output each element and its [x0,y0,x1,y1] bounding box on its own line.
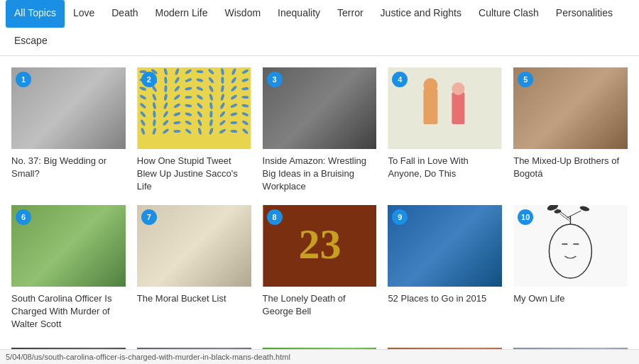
card-number-badge: 10 [518,209,533,225]
nav-item-modern-life[interactable]: Modern Life [147,0,217,28]
svg-point-85 [452,82,465,95]
card-number-badge: 1 [16,72,31,87]
article-card-1[interactable]: 1No. 37: Big Wedding or Small? [6,62,131,199]
card-number-badge: 9 [392,209,408,225]
card-title: My Own Life [513,292,628,305]
nav-item-death[interactable]: Death [103,0,146,28]
svg-text:23: 23 [298,221,341,268]
article-card-4[interactable]: 4To Fall in Love With Anyone, Do This [382,62,508,199]
card-title: No. 37: Big Wedding or Small? [11,155,126,180]
status-url: 5/04/08/us/south-carolina-officer-is-cha… [6,353,290,361]
nav-item-love[interactable]: Love [65,0,103,28]
card-title: How One Stupid Tweet Blew Up Justine Sac… [137,155,251,194]
card-number-badge: 2 [141,72,157,87]
nav-bar: All TopicsLoveDeathModern LifeWisdomIneq… [0,0,639,56]
card-title: The Moral Bucket List [137,292,251,305]
article-card-9[interactable]: 952 Places to Go in 2015 [382,199,508,337]
card-title: South Carolina Officer Is Charged With M… [11,292,126,331]
card-title: 52 Places to Go in 2015 [388,292,502,305]
card-number-badge: 5 [518,72,533,87]
card-title: To Fall in Love With Anyone, Do This [388,155,502,180]
nav-item-all-topics[interactable]: All Topics [6,0,65,28]
svg-point-83 [424,78,438,92]
card-number-badge: 3 [267,72,283,87]
nav-item-inequality[interactable]: Inequality [269,0,329,28]
card-title: Inside Amazon: Wrestling Big Ideas in a … [263,155,377,194]
status-bar: 5/04/08/us/south-carolina-officer-is-cha… [0,349,639,364]
nav-item-culture-clash[interactable]: Culture Clash [470,0,547,28]
article-card-8[interactable]: 23 8The Lonely Death of George Bell [257,199,383,337]
card-number-badge: 7 [141,209,157,225]
card-title: The Lonely Death of George Bell [263,292,377,318]
card-title: The Mixed-Up Brothers of Bogotá [513,155,628,180]
card-number-badge: 6 [16,209,31,225]
card-number-badge: 8 [267,209,283,225]
article-card-5[interactable]: 5The Mixed-Up Brothers of Bogotá [508,62,633,199]
article-card-10[interactable]: 10My Own Life [508,199,633,337]
nav-item-justice-and-rights[interactable]: Justice and Rights [372,0,470,28]
article-grid: 1No. 37: Big Wedding or Small? 2How One … [0,56,639,342]
nav-item-personalities[interactable]: Personalities [547,0,621,28]
article-card-2[interactable]: 2How One Stupid Tweet Blew Up Justine Sa… [131,62,257,199]
svg-rect-82 [424,89,438,124]
nav-item-escape[interactable]: Escape [6,28,56,55]
article-card-3[interactable]: 3Inside Amazon: Wrestling Big Ideas in a… [257,62,383,199]
svg-rect-84 [452,92,465,124]
article-card-7[interactable]: 7The Moral Bucket List [131,199,257,337]
article-card-6[interactable]: 6South Carolina Officer Is Charged With … [6,199,131,337]
nav-item-wisdom[interactable]: Wisdom [217,0,270,28]
nav-item-terror[interactable]: Terror [329,0,372,28]
